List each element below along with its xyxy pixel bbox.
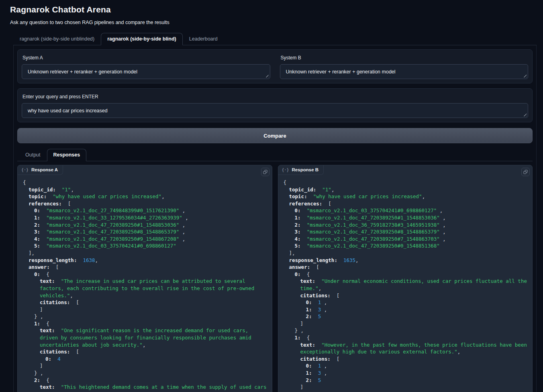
json-space xyxy=(312,307,318,313)
json-key: references: xyxy=(289,201,323,207)
json-key: 0: xyxy=(34,271,40,277)
json-space xyxy=(301,236,307,242)
json-number: 4 xyxy=(57,356,61,362)
json-line: } , xyxy=(34,370,267,377)
json-string: "msmarco_v2.1_doc_33_1279536034#4_272636… xyxy=(46,215,182,221)
json-line: ] xyxy=(300,320,527,327)
tab-content: System A Unknown retriever + reranker + … xyxy=(13,45,537,392)
tab-output[interactable]: Output xyxy=(19,149,47,161)
json-comma: , xyxy=(179,236,185,242)
query-value: why have used car prices increased xyxy=(28,108,108,114)
query-input[interactable]: why have used car prices increased xyxy=(22,103,528,118)
response-a-panel: {·} Response A {topic_id: "1",topic: "wh… xyxy=(17,165,272,392)
json-string: "why have used car prices increased" xyxy=(313,193,422,199)
system-b-input[interactable]: Unknown retriever + reranker + generatio… xyxy=(280,64,529,79)
resize-handle-icon[interactable] xyxy=(265,74,269,77)
json-key: 2: xyxy=(34,377,40,383)
json-key: 0: xyxy=(45,356,51,362)
json-line: text: "However, in the past few months, … xyxy=(300,341,527,355)
json-comma: , xyxy=(321,370,327,376)
json-line: 2: "msmarco_v2.1_doc_47_720389250#1_1548… xyxy=(34,221,267,229)
json-children: 0: {text: "Under normal economic conditi… xyxy=(289,271,527,392)
json-space xyxy=(40,271,46,277)
json-key: 5: xyxy=(34,243,40,249)
json-string: "msmarco_v2.1_doc_47_720389250#7_1548863… xyxy=(307,236,440,242)
json-line: 1: 3 , xyxy=(306,370,527,377)
responses-row: {·} Response A {topic_id: "1",topic: "wh… xyxy=(17,165,533,392)
system-a-input[interactable]: Unknown retriever + reranker + generatio… xyxy=(22,64,270,79)
json-line: 2: "msmarco_v2.1_doc_36_759182738#3_1465… xyxy=(295,221,527,229)
json-bracket: [ xyxy=(328,201,331,207)
json-space xyxy=(310,264,316,270)
json-line: citations: [ xyxy=(40,348,267,355)
json-string: "msmarco_v2.1_doc_47_720389250#8_1548865… xyxy=(307,229,440,235)
json-line: 5: "msmarco_v2.1_doc_03_375704241#0_6988… xyxy=(34,242,267,250)
json-key: citations: xyxy=(40,349,70,355)
json-comma: , xyxy=(71,187,74,193)
json-key: 1: xyxy=(306,307,312,313)
json-line: response_length: 1638, xyxy=(29,257,267,264)
result-tab-bar: Output Responses xyxy=(17,149,533,161)
tab-side-by-side-blind[interactable]: ragnarok (side-by-side blind) xyxy=(101,33,183,45)
json-line: topic_id: "1", xyxy=(29,186,267,193)
json-comma: , xyxy=(331,187,335,193)
json-line: answer: [ xyxy=(289,264,527,271)
json-key: 1: xyxy=(295,335,301,341)
json-bracket: { xyxy=(46,271,49,277)
json-children: 0: "msmarco_v2.1_doc_27_749848399#0_1517… xyxy=(29,207,267,250)
json-number: 1635 xyxy=(343,257,355,263)
resize-handle-icon[interactable] xyxy=(523,74,527,77)
tab-leaderboard[interactable]: Leaderboard xyxy=(183,33,224,45)
json-children: 0: {text: "The increase in used car pric… xyxy=(29,271,267,392)
json-key: citations: xyxy=(300,356,331,362)
json-line: text: "This heightened demand comes at a… xyxy=(40,384,267,392)
json-key: 0: xyxy=(306,299,312,305)
json-key: response_length: xyxy=(29,257,77,263)
json-line: text: "One significant reason is the inc… xyxy=(40,327,267,348)
json-line: 2: { xyxy=(34,377,267,384)
json-space xyxy=(40,236,46,242)
response-b-json: {topic_id: "1",topic: "why have used car… xyxy=(278,175,533,392)
json-key: 1: xyxy=(34,215,40,221)
json-key: citations: xyxy=(40,299,70,305)
json-comma: , xyxy=(182,215,188,221)
json-key: answer: xyxy=(289,264,310,270)
response-a-header: {·} Response A xyxy=(18,165,63,175)
json-space xyxy=(322,201,328,207)
json-string: "msmarco_v2.1_doc_03_375704241#0_6988601… xyxy=(307,207,437,213)
json-line: 0: { xyxy=(34,271,267,278)
json-comma: , xyxy=(95,257,98,263)
json-line: 1: "msmarco_v2.1_doc_47_720389250#1_1548… xyxy=(295,214,527,221)
json-space xyxy=(301,222,307,228)
json-key: 1: xyxy=(34,321,40,327)
json-line: } , xyxy=(295,327,527,334)
json-string: "msmarco_v2.1_doc_47_720389250#1_1548853… xyxy=(46,222,179,228)
compare-button[interactable]: Compare xyxy=(17,128,533,143)
json-line: citations: [ xyxy=(40,299,267,306)
json-key: 2: xyxy=(306,377,312,383)
json-line: answer: [ xyxy=(29,264,267,271)
tab-responses[interactable]: Responses xyxy=(47,149,87,161)
json-string: "However, in the past few months, these … xyxy=(300,342,530,355)
copy-button[interactable] xyxy=(521,168,530,176)
json-space xyxy=(51,356,57,362)
json-comma: , xyxy=(422,193,425,199)
json-key: citations: xyxy=(300,292,331,299)
resize-handle-icon[interactable] xyxy=(523,113,527,116)
json-space xyxy=(40,321,46,327)
json-line: 0: { xyxy=(295,271,527,278)
json-comma: , xyxy=(440,229,446,235)
json-comma: , xyxy=(161,193,165,199)
json-space xyxy=(315,278,321,284)
tab-side-by-side-unblinded[interactable]: ragnarok (side-by-side unblinded) xyxy=(13,33,101,45)
copy-button[interactable] xyxy=(261,168,269,176)
json-key: text: xyxy=(300,342,316,348)
json-bracket: [ xyxy=(337,356,340,362)
json-space xyxy=(312,377,318,383)
json-space xyxy=(70,299,76,305)
json-string: "1" xyxy=(322,187,331,193)
json-line: ] xyxy=(300,384,527,391)
json-comma: , xyxy=(321,299,327,305)
json-space xyxy=(331,356,337,362)
json-string: "1" xyxy=(62,187,71,193)
